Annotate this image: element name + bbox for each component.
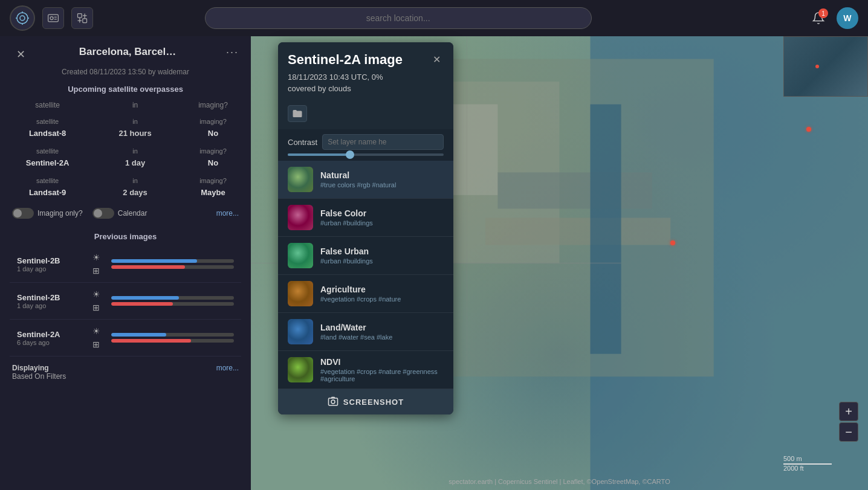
band-info: False Color #urban #buildings <box>320 208 444 227</box>
band-name: Agriculture <box>320 285 444 294</box>
zoom-out-button[interactable]: − <box>839 422 858 442</box>
red-bar-fill <box>111 265 185 269</box>
band-item[interactable]: False Urban #urban #buildings <box>278 237 453 275</box>
band-name: Natural <box>320 170 444 180</box>
calendar-toggle[interactable] <box>92 208 114 219</box>
band-thumbnail <box>288 167 313 192</box>
sidebar-header: ✕ Barcelona, Barcel… ··· <box>0 36 251 68</box>
band-info: Land/Water #land #water #sea #lake <box>320 323 444 341</box>
copy-icon: ⊞ <box>91 302 102 313</box>
scale-bar: 500 m 2000 ft <box>783 455 832 472</box>
prev-images-list: Sentinel-2B 1 day ago ☀ ⊞ <box>0 246 251 356</box>
imaging-only-label: Imaging only? <box>37 209 83 218</box>
row-in: 2 days <box>95 184 175 201</box>
displaying-section: Displaying Based On Filters more... <box>0 356 251 388</box>
search-bar[interactable] <box>205 7 592 29</box>
prev-image-name: Sentinel-2B <box>17 256 83 265</box>
satellite-icon-button[interactable] <box>71 7 93 29</box>
prev-image-info: Sentinel-2B 1 day ago <box>17 256 83 272</box>
svg-rect-25 <box>328 398 337 405</box>
sentinel-popup: Sentinel-2A image ✕ 18/11/2023 10:43 UTC… <box>278 42 453 414</box>
svg-point-7 <box>50 17 53 20</box>
user-avatar[interactable]: W <box>837 7 858 29</box>
row-satellite: Landsat-8 <box>0 125 95 141</box>
folder-button[interactable] <box>288 105 307 122</box>
more-link[interactable]: more... <box>216 209 239 218</box>
contrast-slider-track[interactable] <box>288 153 444 156</box>
blue-bar-row <box>111 259 234 263</box>
blue-bar-row <box>111 296 234 300</box>
logo-button[interactable] <box>10 5 35 31</box>
band-item[interactable]: Agriculture #vegetation #crops #nature <box>278 275 453 313</box>
screenshot-button[interactable]: SCREENSHOT <box>278 389 453 414</box>
red-bar-fill <box>111 339 191 343</box>
imaging-only-toggle[interactable] <box>12 208 34 219</box>
overpasses-section-title: Upcoming satellite overpasses <box>0 85 251 94</box>
satellite-header: satellite <box>0 141 95 155</box>
band-name: False Urban <box>320 247 444 256</box>
imaging-header: imaging? <box>175 171 251 184</box>
notification-button[interactable]: 1 <box>808 7 829 29</box>
band-tags: #land #water #sea #lake <box>320 334 444 341</box>
prev-image-item[interactable]: Sentinel-2B 1 day ago ☀ ⊞ <box>10 246 241 283</box>
contrast-slider-row <box>288 153 444 156</box>
band-tags: #urban #buildings <box>320 257 444 265</box>
svg-rect-21 <box>485 218 670 245</box>
band-thumbnail <box>288 281 313 306</box>
band-info: False Urban #urban #buildings <box>320 247 444 265</box>
zoom-in-button[interactable]: + <box>839 402 858 421</box>
copy-icon: ⊞ <box>91 265 102 276</box>
contrast-slider-fill <box>288 153 350 156</box>
satellite-header: satellite <box>0 171 95 184</box>
prev-image-item[interactable]: Sentinel-2A 6 days ago ☀ ⊞ <box>10 320 241 356</box>
table-row[interactable]: Sentinel-2A 1 day No <box>0 155 251 171</box>
sun-icon: ☀ <box>91 326 102 337</box>
bars-group <box>111 296 234 306</box>
band-thumbnail <box>288 205 313 230</box>
band-item[interactable]: Land/Water #land #water #sea #lake <box>278 313 453 351</box>
screenshot-label: SCREENSHOT <box>343 398 404 407</box>
sidebar-more-button[interactable]: ··· <box>226 46 239 59</box>
band-name: NDVI <box>320 357 444 367</box>
calendar-toggle-group: Calendar <box>92 208 147 219</box>
band-name: Land/Water <box>320 323 444 332</box>
prev-image-time: 1 day ago <box>17 265 83 272</box>
row-imaging: Maybe <box>175 184 251 201</box>
contrast-section: Contrast <box>278 129 453 161</box>
blue-bar-fill <box>111 296 179 300</box>
band-item[interactable]: False Color #urban #buildings <box>278 199 453 237</box>
table-row[interactable]: Landsat-9 2 days Maybe <box>0 184 251 201</box>
band-item[interactable]: NDVI #vegetation #crops #nature #greenne… <box>278 351 453 389</box>
sun-icon: ☀ <box>91 252 102 263</box>
svg-rect-20 <box>497 172 652 208</box>
band-name: False Color <box>320 208 444 218</box>
id-card-icon-button[interactable] <box>42 7 64 29</box>
popup-title: Sentinel-2A image <box>288 52 403 68</box>
svg-rect-13 <box>83 19 87 23</box>
contrast-slider-thumb[interactable] <box>346 150 354 159</box>
red-bar-fill <box>111 302 173 306</box>
svg-rect-22 <box>591 105 621 354</box>
close-button[interactable]: ✕ <box>12 46 29 63</box>
band-thumbnail <box>288 243 313 268</box>
bars-group <box>111 333 234 343</box>
row-imaging: No <box>175 155 251 171</box>
prev-images-title: Previous images <box>0 232 251 241</box>
layer-name-input[interactable] <box>322 134 444 150</box>
prev-image-item[interactable]: Sentinel-2B 1 day ago ☀ ⊞ <box>10 283 241 320</box>
band-item[interactable]: Natural #true colors #rgb #natural <box>278 161 453 199</box>
displaying-more-link[interactable]: more... <box>216 364 239 372</box>
band-tags: #vegetation #crops #nature <box>320 295 444 303</box>
row-in: 1 day <box>95 155 175 171</box>
minimap-marker <box>815 65 819 68</box>
prev-image-icons: ☀ ⊞ <box>91 326 102 350</box>
blue-bar-bg <box>111 259 234 263</box>
prev-image-name: Sentinel-2A <box>17 330 83 339</box>
search-input[interactable] <box>205 7 592 29</box>
svg-point-1 <box>20 16 25 21</box>
calendar-toggle-knob <box>94 209 102 218</box>
popup-close-button[interactable]: ✕ <box>429 52 444 66</box>
sidebar-meta: Created 08/11/2023 13:50 by waldemar <box>0 68 251 76</box>
blue-bar-fill <box>111 333 166 337</box>
table-row[interactable]: Landsat-8 21 hours No <box>0 125 251 141</box>
